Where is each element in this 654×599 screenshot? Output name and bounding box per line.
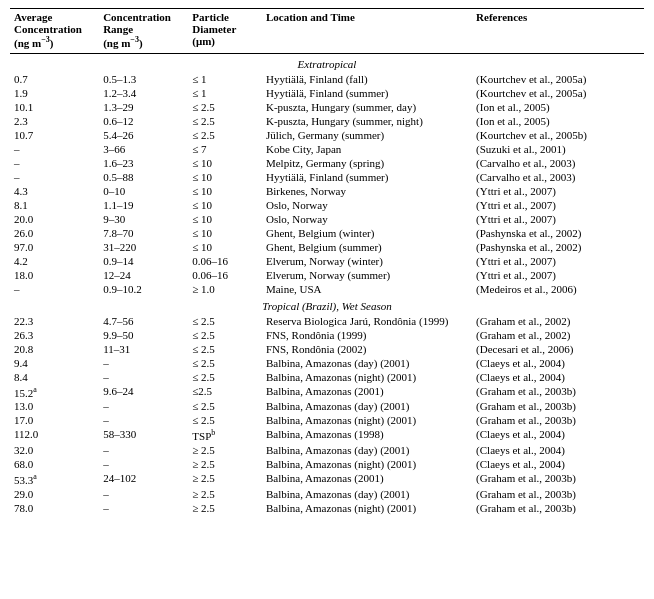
- cell-avg: 26.0: [10, 226, 99, 240]
- cell-ref: (Carvalho et al., 2003): [472, 170, 644, 184]
- cell-location: Birkenes, Norway: [262, 184, 472, 198]
- cell-particle: ≤ 10: [188, 184, 262, 198]
- cell-conc: 4.7–56: [99, 314, 188, 328]
- cell-location: FNS, Rondônia (2002): [262, 342, 472, 356]
- cell-avg: 32.0: [10, 443, 99, 457]
- cell-avg: 15.2a: [10, 384, 99, 400]
- cell-location: Jülich, Germany (summer): [262, 128, 472, 142]
- cell-conc: 9.9–50: [99, 328, 188, 342]
- cell-conc: 0.5–88: [99, 170, 188, 184]
- table-row: 112.058–330TSPbBalbina, Amazonas (1998)(…: [10, 427, 644, 443]
- cell-location: FNS, Rondônia (1999): [262, 328, 472, 342]
- cell-conc: 9.6–24: [99, 384, 188, 400]
- cell-particle: ≥ 2.5: [188, 443, 262, 457]
- table-row: 8.11.1–19≤ 10Oslo, Norway(Yttri et al., …: [10, 198, 644, 212]
- header-location: Location and Time: [262, 9, 472, 54]
- table-row: 10.11.3–29≤ 2.5K-puszta, Hungary (summer…: [10, 100, 644, 114]
- cell-ref: (Graham et al., 2003b): [472, 384, 644, 400]
- cell-avg: –: [10, 282, 99, 296]
- cell-ref: (Medeiros et al., 2006): [472, 282, 644, 296]
- cell-ref: (Pashynska et al., 2002): [472, 226, 644, 240]
- cell-ref: (Yttri et al., 2007): [472, 212, 644, 226]
- cell-location: Balbina, Amazonas (day) (2001): [262, 399, 472, 413]
- cell-conc: 0.5–1.3: [99, 72, 188, 86]
- cell-ref: (Graham et al., 2002): [472, 328, 644, 342]
- cell-ref: (Yttri et al., 2007): [472, 268, 644, 282]
- cell-conc: 1.3–29: [99, 100, 188, 114]
- cell-conc: 1.2–3.4: [99, 86, 188, 100]
- cell-ref: (Graham et al., 2003b): [472, 487, 644, 501]
- cell-particle: ≤ 10: [188, 240, 262, 254]
- cell-conc: –: [99, 443, 188, 457]
- cell-location: Elverum, Norway (summer): [262, 268, 472, 282]
- cell-avg: 0.7: [10, 72, 99, 86]
- cell-location: Balbina, Amazonas (day) (2001): [262, 487, 472, 501]
- cell-ref: (Pashynska et al., 2002): [472, 240, 644, 254]
- cell-ref: (Kourtchev et al., 2005b): [472, 128, 644, 142]
- cell-conc: –: [99, 487, 188, 501]
- header-ref: References: [472, 9, 644, 54]
- table-row: 18.012–240.06–16Elverum, Norway (summer)…: [10, 268, 644, 282]
- cell-particle: ≤ 10: [188, 156, 262, 170]
- cell-location: Balbina, Amazonas (day) (2001): [262, 356, 472, 370]
- header-particle: ParticleDiameter(μm): [188, 9, 262, 54]
- cell-particle: TSPb: [188, 427, 262, 443]
- table-row: –0.5–88≤ 10Hyytiälä, Finland (summer)(Ca…: [10, 170, 644, 184]
- table-row: 9.4–≤ 2.5Balbina, Amazonas (day) (2001)(…: [10, 356, 644, 370]
- table-row: 2.30.6–12≤ 2.5K-puszta, Hungary (summer,…: [10, 114, 644, 128]
- cell-particle: ≤ 10: [188, 212, 262, 226]
- cell-particle: ≥ 2.5: [188, 471, 262, 487]
- cell-avg: 20.0: [10, 212, 99, 226]
- cell-conc: 0–10: [99, 184, 188, 198]
- cell-particle: ≤ 10: [188, 170, 262, 184]
- cell-location: Balbina, Amazonas (night) (2001): [262, 370, 472, 384]
- cell-particle: ≤2.5: [188, 384, 262, 400]
- cell-ref: (Graham et al., 2003b): [472, 413, 644, 427]
- cell-ref: (Suzuki et al., 2001): [472, 142, 644, 156]
- cell-conc: 0.6–12: [99, 114, 188, 128]
- table-row: 15.2a9.6–24≤2.5Balbina, Amazonas (2001)(…: [10, 384, 644, 400]
- cell-avg: 17.0: [10, 413, 99, 427]
- cell-location: Hyytiälä, Finland (summer): [262, 86, 472, 100]
- cell-location: Oslo, Norway: [262, 198, 472, 212]
- cell-avg: 8.1: [10, 198, 99, 212]
- cell-avg: 78.0: [10, 501, 99, 515]
- cell-ref: (Yttri et al., 2007): [472, 198, 644, 212]
- cell-particle: ≤ 1: [188, 86, 262, 100]
- cell-conc: –: [99, 370, 188, 384]
- header-conc: ConcentrationRange(ng m−3): [99, 9, 188, 54]
- section-header: Tropical (Brazil), Wet Season: [10, 296, 644, 314]
- cell-location: Balbina, Amazonas (night) (2001): [262, 457, 472, 471]
- cell-location: Oslo, Norway: [262, 212, 472, 226]
- cell-conc: –: [99, 501, 188, 515]
- cell-location: Ghent, Belgium (winter): [262, 226, 472, 240]
- cell-ref: (Claeys et al., 2004): [472, 370, 644, 384]
- cell-location: Kobe City, Japan: [262, 142, 472, 156]
- cell-avg: 53.3a: [10, 471, 99, 487]
- table-row: 10.75.4–26≤ 2.5Jülich, Germany (summer)(…: [10, 128, 644, 142]
- cell-avg: 20.8: [10, 342, 99, 356]
- cell-location: Reserva Biologica Jarú, Rondônia (1999): [262, 314, 472, 328]
- table-row: 26.39.9–50≤ 2.5FNS, Rondônia (1999)(Grah…: [10, 328, 644, 342]
- cell-location: Balbina, Amazonas (day) (2001): [262, 443, 472, 457]
- cell-ref: (Graham et al., 2002): [472, 314, 644, 328]
- cell-ref: (Claeys et al., 2004): [472, 356, 644, 370]
- cell-ref: (Graham et al., 2003b): [472, 399, 644, 413]
- cell-location: Hyytiälä, Finland (fall): [262, 72, 472, 86]
- table-row: 20.09–30≤ 10Oslo, Norway(Yttri et al., 2…: [10, 212, 644, 226]
- cell-conc: 5.4–26: [99, 128, 188, 142]
- cell-conc: 24–102: [99, 471, 188, 487]
- table-row: 17.0–≤ 2.5Balbina, Amazonas (night) (200…: [10, 413, 644, 427]
- cell-ref: (Ion et al., 2005): [472, 100, 644, 114]
- cell-conc: 1.1–19: [99, 198, 188, 212]
- cell-particle: ≤ 2.5: [188, 314, 262, 328]
- cell-avg: 1.9: [10, 86, 99, 100]
- cell-location: Balbina, Amazonas (2001): [262, 471, 472, 487]
- header-avg: AverageConcentration(ng m−3): [10, 9, 99, 54]
- cell-avg: 97.0: [10, 240, 99, 254]
- table-row: 4.30–10≤ 10Birkenes, Norway(Yttri et al.…: [10, 184, 644, 198]
- cell-conc: 58–330: [99, 427, 188, 443]
- cell-location: Elverum, Norway (winter): [262, 254, 472, 268]
- table-row: 26.07.8–70≤ 10Ghent, Belgium (winter)(Pa…: [10, 226, 644, 240]
- table-row: 68.0–≥ 2.5Balbina, Amazonas (night) (200…: [10, 457, 644, 471]
